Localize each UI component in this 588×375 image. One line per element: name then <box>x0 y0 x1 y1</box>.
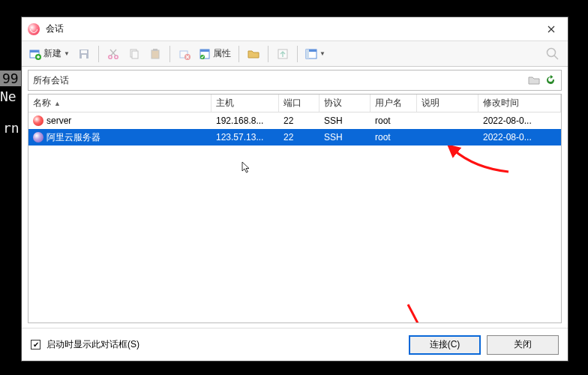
col-host[interactable]: 主机 <box>212 94 279 112</box>
cell-port: 22 <box>279 132 320 142</box>
annotation-arrow-icon <box>445 146 512 176</box>
col-protocol[interactable]: 协议 <box>320 94 370 112</box>
properties-button[interactable]: 属性 <box>196 44 234 64</box>
cell-protocol: SSH <box>320 132 370 142</box>
session-icon <box>33 132 44 142</box>
cell-port: 22 <box>279 116 320 126</box>
svg-rect-15 <box>200 50 209 52</box>
titlebar: 会话 <box>22 17 568 41</box>
breadcrumb-bar[interactable]: 所有会话 <box>28 70 562 91</box>
cell-name: 阿里云服务器 <box>46 131 100 144</box>
show-on-start-checkbox[interactable]: ✔ <box>31 340 40 350</box>
table-row[interactable]: 阿里云服务器123.57.13...22SSHroot2022-08-0... <box>28 129 561 146</box>
terminal-bg-text: Ne <box>0 88 16 104</box>
cell-user: root <box>370 132 417 142</box>
view-button[interactable]: ▼ <box>302 44 328 64</box>
cell-host: 192.168.8... <box>212 116 279 126</box>
svg-point-7 <box>115 55 118 58</box>
cell-modified: 2022-08-0... <box>478 116 561 126</box>
cell-user: root <box>370 116 417 126</box>
table-row[interactable]: server192.168.8...22SSHroot2022-08-0... <box>28 112 561 129</box>
svg-point-6 <box>109 55 112 58</box>
separator <box>238 46 239 62</box>
col-port[interactable]: 端口 <box>279 94 320 112</box>
paste-button[interactable] <box>146 44 165 64</box>
refresh-icon[interactable] <box>544 74 556 86</box>
breadcrumb-label: 所有会话 <box>33 74 528 87</box>
dialog-footer: ✔ 启动时显示此对话框(S) 连接(C) 关闭 <box>22 328 568 361</box>
svg-rect-4 <box>81 50 87 53</box>
separator <box>170 46 170 62</box>
close-dialog-button[interactable]: 关闭 <box>487 335 559 355</box>
separator <box>268 46 268 62</box>
cell-host: 123.57.13... <box>212 132 279 142</box>
sessions-dialog: 会话 新建 ▼ 属性 ▼ <box>21 16 568 362</box>
copy-button[interactable] <box>124 44 144 64</box>
sort-asc-icon: ▲ <box>54 100 61 107</box>
table-body: server192.168.8...22SSHroot2022-08-0...阿… <box>28 112 561 322</box>
toolbar: 新建 ▼ 属性 ▼ <box>22 41 568 67</box>
connect-button[interactable]: 连接(C) <box>409 335 481 355</box>
sessions-table: 名称▲ 主机 端口 协议 用户名 说明 修改时间 server192.168.8… <box>28 94 562 323</box>
delete-button[interactable] <box>175 44 194 64</box>
svg-point-21 <box>548 48 556 56</box>
col-desc[interactable]: 说明 <box>417 94 478 112</box>
dropdown-icon: ▼ <box>64 50 70 57</box>
svg-rect-11 <box>153 49 158 51</box>
svg-rect-5 <box>82 55 86 58</box>
cell-name: server <box>46 116 71 126</box>
window-title: 会话 <box>46 22 541 35</box>
new-button-label: 新建 <box>44 47 62 60</box>
svg-rect-10 <box>152 50 159 58</box>
dropdown-icon: ▼ <box>320 50 326 57</box>
annotation-arrow-icon <box>404 300 456 322</box>
col-user[interactable]: 用户名 <box>370 94 417 112</box>
new-folder-button[interactable] <box>244 44 263 64</box>
folder-icon <box>528 74 540 86</box>
show-on-start-label: 启动时显示此对话框(S) <box>46 338 403 351</box>
save-button[interactable] <box>74 44 94 64</box>
properties-button-label: 属性 <box>213 47 231 60</box>
separator <box>297 46 298 62</box>
app-icon <box>28 23 40 35</box>
cell-protocol: SSH <box>320 116 370 126</box>
cut-button[interactable] <box>104 44 123 64</box>
cell-modified: 2022-08-0... <box>478 132 561 142</box>
col-modified[interactable]: 修改时间 <box>478 94 561 112</box>
new-button[interactable]: 新建 ▼ <box>26 44 73 64</box>
col-name[interactable]: 名称▲ <box>28 94 212 112</box>
session-icon <box>33 116 44 126</box>
svg-rect-1 <box>30 50 39 52</box>
search-button[interactable] <box>542 44 563 64</box>
close-button[interactable] <box>541 19 562 40</box>
table-header: 名称▲ 主机 端口 协议 用户名 说明 修改时间 <box>28 94 561 112</box>
terminal-bg-text: rn <box>3 120 20 136</box>
export-button[interactable] <box>273 44 292 64</box>
svg-rect-20 <box>306 50 309 58</box>
svg-rect-9 <box>132 51 138 58</box>
cursor-icon <box>241 161 253 173</box>
separator <box>98 46 99 62</box>
